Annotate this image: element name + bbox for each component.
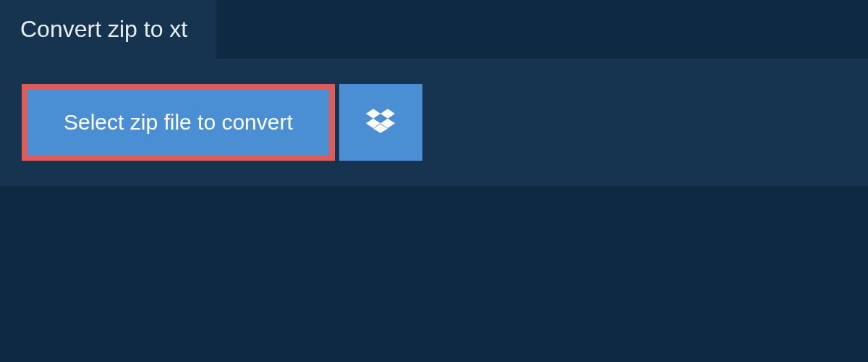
select-file-label: Select zip file to convert	[64, 110, 293, 135]
tab-header: Convert zip to xt	[0, 0, 216, 59]
tab-title: Convert zip to xt	[20, 16, 187, 42]
dropbox-button[interactable]	[339, 84, 422, 161]
select-file-button[interactable]: Select zip file to convert	[22, 84, 335, 161]
dropbox-icon	[366, 106, 395, 138]
button-row: Select zip file to convert	[22, 84, 846, 161]
main-panel: Select zip file to convert	[0, 59, 868, 186]
